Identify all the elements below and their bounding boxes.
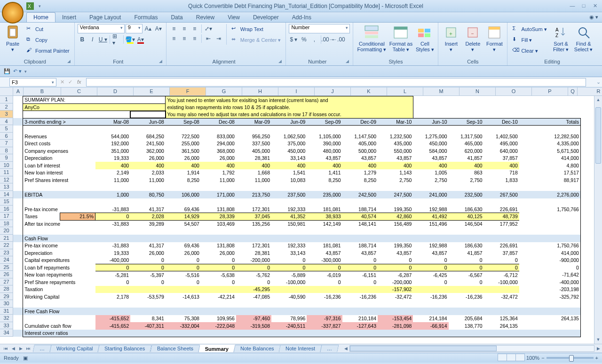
italic-button[interactable]: I: [88, 35, 97, 44]
col-header[interactable]: L: [387, 87, 423, 96]
autosum-button[interactable]: ΣAutoSum ▾: [510, 24, 548, 34]
cell[interactable]: [13, 133, 23, 140]
cell[interactable]: [449, 198, 484, 206]
cell[interactable]: 544,000: [95, 133, 131, 140]
cell[interactable]: 26,000: [201, 249, 236, 257]
cell[interactable]: 26,000: [166, 249, 201, 257]
format-painter-button[interactable]: 🖌Format Painter: [24, 46, 71, 56]
cell[interactable]: 1,147,500: [342, 133, 378, 140]
cell[interactable]: Mar-09: [236, 118, 271, 126]
cell[interactable]: [519, 184, 553, 191]
cell[interactable]: Working Capital: [23, 293, 95, 301]
cell[interactable]: [484, 235, 519, 242]
cell[interactable]: 8,341: [130, 315, 166, 323]
cell[interactable]: 171,000: [201, 191, 236, 198]
cell[interactable]: 11,000: [130, 176, 166, 184]
cell[interactable]: 172,301: [236, 206, 271, 213]
cell[interactable]: 14,929: [166, 213, 201, 221]
cell[interactable]: 400: [166, 162, 201, 169]
cell[interactable]: [236, 330, 271, 337]
cell[interactable]: [13, 235, 23, 242]
vertical-scrollbar[interactable]: ▲ ▼: [594, 96, 602, 344]
cell[interactable]: [13, 249, 23, 257]
cell[interactable]: [95, 286, 131, 293]
cell[interactable]: 19,333: [95, 249, 131, 257]
cell[interactable]: -97,460: [236, 315, 271, 323]
row-header[interactable]: 33: [0, 322, 13, 330]
cell[interactable]: [307, 126, 342, 133]
enter-formula-icon[interactable]: ✓: [66, 79, 74, 85]
cell[interactable]: [13, 169, 23, 177]
cell[interactable]: -71,642: [553, 271, 580, 279]
cell[interactable]: [484, 126, 519, 133]
alignment-dialog-icon[interactable]: ◢: [278, 59, 282, 63]
row-header[interactable]: 8: [0, 147, 13, 155]
cell[interactable]: Pre-tax income: [23, 242, 95, 250]
cell[interactable]: [271, 330, 307, 337]
find-select-button[interactable]: Find & Select ▾: [573, 24, 594, 52]
sheet-tab[interactable]: Note Interest: [279, 345, 322, 352]
grow-font-button[interactable]: A▴: [143, 24, 153, 33]
tab-nav-first-icon[interactable]: ⏮: [2, 346, 9, 351]
cell[interactable]: 4,335,000: [553, 140, 580, 148]
tab-home[interactable]: Home: [26, 12, 55, 22]
cell[interactable]: 1,668: [236, 169, 271, 177]
cell[interactable]: 1,833: [484, 176, 519, 184]
cell[interactable]: 1,750,766: [553, 206, 580, 213]
sheet-tab-more[interactable]: …: [320, 345, 339, 352]
spreadsheet-grid[interactable]: ABCDEFGHIJKLMNOPQR 123456789101112131415…: [0, 87, 602, 344]
cell[interactable]: [519, 169, 553, 177]
merge-center-button[interactable]: ⬌Merge & Center ▾: [230, 35, 283, 45]
orientation-button[interactable]: ⤢▾: [204, 24, 213, 33]
cell[interactable]: 156,489: [378, 220, 413, 228]
cell[interactable]: Dec-09: [342, 118, 378, 126]
cell[interactable]: [553, 228, 580, 235]
cell[interactable]: [413, 96, 580, 104]
cell[interactable]: [519, 133, 553, 140]
font-color-button[interactable]: A ▾: [136, 35, 145, 44]
cell[interactable]: 26,000: [166, 155, 201, 162]
cell[interactable]: 337,500: [236, 140, 271, 148]
row-header[interactable]: 12: [0, 176, 13, 184]
cell[interactable]: 172,301: [236, 242, 271, 250]
align-middle-button[interactable]: ≡: [180, 24, 189, 33]
cell[interactable]: 0: [130, 278, 166, 286]
cell[interactable]: 1,792: [201, 169, 236, 177]
cell[interactable]: -5,762: [236, 271, 271, 279]
cell[interactable]: 400: [95, 162, 131, 169]
cell[interactable]: 405,000: [236, 147, 271, 155]
cell[interactable]: [553, 330, 580, 337]
cell[interactable]: -300,000: [307, 257, 342, 264]
cell[interactable]: [342, 286, 378, 293]
cell[interactable]: 0: [342, 257, 378, 264]
cell[interactable]: 0: [236, 278, 271, 286]
cell[interactable]: [236, 308, 271, 315]
cell[interactable]: 43,857: [342, 249, 378, 257]
cell[interactable]: 620,000: [449, 147, 484, 155]
cell[interactable]: -47,085: [236, 293, 271, 301]
cell[interactable]: [553, 322, 580, 330]
cell[interactable]: 255,000: [166, 140, 201, 148]
cell[interactable]: -6,567: [449, 271, 484, 279]
cell[interactable]: 88,917: [553, 176, 580, 184]
cell[interactable]: -6,712: [484, 271, 519, 279]
cell[interactable]: -6,019: [307, 271, 342, 279]
bold-button[interactable]: B: [78, 35, 87, 44]
cell[interactable]: [519, 126, 553, 133]
cell[interactable]: 241,000: [413, 191, 448, 198]
col-header[interactable]: P: [532, 87, 568, 96]
col-header[interactable]: D: [97, 87, 134, 96]
cell[interactable]: 11,000: [236, 176, 271, 184]
cell[interactable]: 188,714: [342, 206, 378, 213]
save-button[interactable]: 💾: [4, 68, 10, 74]
row-header[interactable]: 30: [0, 300, 13, 308]
cell[interactable]: 1,914: [166, 169, 201, 177]
cell[interactable]: [166, 235, 201, 242]
align-top-button[interactable]: ≡: [169, 24, 179, 33]
cell[interactable]: [201, 308, 236, 315]
qat-dropdown-icon[interactable]: ▾: [36, 2, 43, 10]
cell[interactable]: 41,317: [130, 242, 166, 250]
col-header[interactable]: N: [459, 87, 496, 96]
cell[interactable]: [95, 330, 131, 337]
cell[interactable]: [201, 301, 236, 308]
